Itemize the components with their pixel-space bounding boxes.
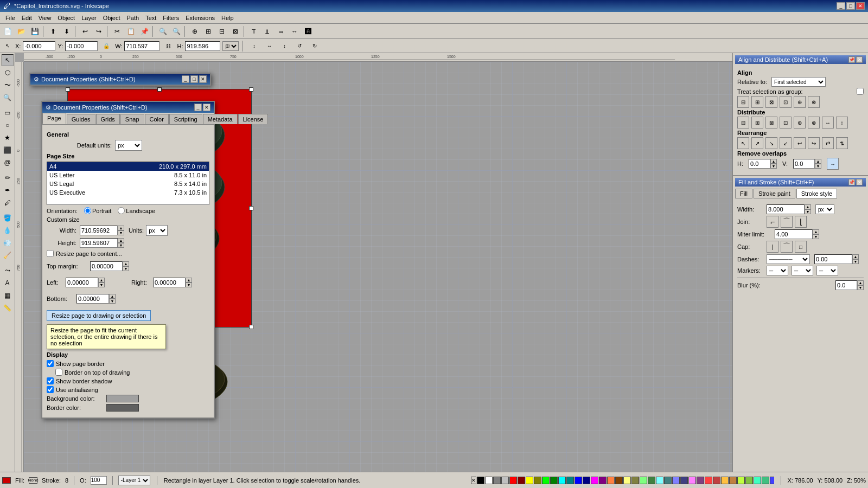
portrait-label[interactable]: Portrait bbox=[84, 207, 111, 214]
top-margin-input[interactable] bbox=[90, 261, 123, 271]
menu-file[interactable]: File bbox=[2, 14, 18, 22]
ps-us-letter[interactable]: US Letter 8.5 x 11.0 in bbox=[47, 171, 209, 179]
dist-gaps-h-btn[interactable]: ↔ bbox=[822, 117, 834, 129]
fs-dashes-select[interactable]: ────── - - - - · · · · bbox=[767, 254, 810, 264]
object-props-btn[interactable]: 🅰 bbox=[302, 25, 315, 38]
right-margin-dn[interactable]: ▼ bbox=[186, 282, 192, 287]
canvas-content[interactable]: ⚙ Document Properties (Shift+Ctrl+D) _ □… bbox=[24, 62, 732, 472]
palette-color-40c080[interactable] bbox=[762, 477, 769, 484]
fill-indicator[interactable] bbox=[2, 477, 11, 484]
fs-start-marker[interactable]: ─ bbox=[767, 266, 788, 275]
y-input[interactable] bbox=[65, 41, 98, 51]
cap-round-btn[interactable]: ⌒ bbox=[781, 241, 793, 253]
landscape-radio[interactable] bbox=[118, 207, 125, 214]
dist-top-btn[interactable]: ⊡ bbox=[780, 117, 792, 129]
remove-overlap-btn[interactable]: → bbox=[827, 158, 839, 170]
save-btn[interactable]: 💾 bbox=[28, 25, 41, 38]
doc-props-close[interactable]: ✕ bbox=[199, 75, 207, 83]
menu-text[interactable]: Text bbox=[142, 14, 159, 22]
lock-icon[interactable]: 🔒 bbox=[100, 40, 113, 53]
left-margin-dn[interactable]: ▼ bbox=[98, 282, 105, 287]
zoom-in-btn[interactable]: 🔍 bbox=[156, 25, 169, 38]
canvas-area[interactable]: -500 -250 0 250 500 750 1000 1250 1500 -… bbox=[15, 53, 732, 472]
close-btn[interactable]: ✕ bbox=[856, 2, 865, 10]
unit-select[interactable]: px mm in bbox=[222, 41, 239, 51]
palette-color-ffff00[interactable] bbox=[526, 477, 533, 484]
snap-grid-btn[interactable]: ⊟ bbox=[215, 25, 228, 38]
rearrange-btn2[interactable]: ↗ bbox=[751, 137, 763, 149]
palette-color-ff0000[interactable] bbox=[509, 477, 517, 484]
dist-right-btn[interactable]: ⊠ bbox=[765, 117, 777, 129]
palette-color-80ff80[interactable] bbox=[640, 477, 647, 484]
sel-handle-tm[interactable] bbox=[157, 87, 162, 92]
palette-color-ffc040[interactable] bbox=[721, 477, 729, 484]
palette-color-000080[interactable] bbox=[583, 477, 590, 484]
fs-mid-marker[interactable]: ─ bbox=[792, 266, 813, 275]
fill-stroke-controls[interactable]: 📌 ✕ bbox=[848, 179, 863, 185]
align-center-v-btn[interactable]: ⊕ bbox=[794, 96, 806, 108]
constrain-btn[interactable]: ⛓ bbox=[162, 40, 175, 53]
fs-miter-input[interactable] bbox=[775, 229, 813, 239]
palette-color-0000ff[interactable] bbox=[575, 477, 582, 484]
palette-color-808080[interactable] bbox=[493, 477, 501, 484]
palette-color-408040[interactable] bbox=[648, 477, 655, 484]
palette-color-000000[interactable] bbox=[477, 477, 484, 484]
palette-color-80c040[interactable] bbox=[745, 477, 753, 484]
palette-color-404080[interactable] bbox=[680, 477, 688, 484]
join-miter-btn[interactable]: ⌐ bbox=[767, 216, 778, 228]
width-dn-btn[interactable]: ▼ bbox=[118, 230, 124, 235]
fs-width-input[interactable] bbox=[767, 204, 805, 214]
node-tool[interactable]: ⬡ bbox=[2, 67, 14, 79]
rearrange-btn3[interactable]: ↘ bbox=[765, 137, 777, 149]
blur-input[interactable] bbox=[835, 280, 857, 290]
star-tool[interactable]: ★ bbox=[2, 132, 14, 144]
palette-color-00ff00[interactable] bbox=[542, 477, 550, 484]
dist-center-v-btn[interactable]: ⊕ bbox=[794, 117, 806, 129]
tab-snap[interactable]: Snap bbox=[120, 114, 144, 124]
align-center-btn[interactable]: ⫫ bbox=[261, 25, 274, 38]
menu-help[interactable]: Help bbox=[218, 14, 237, 22]
v-overlap-input[interactable] bbox=[793, 159, 815, 169]
bottom-margin-dn[interactable]: ▼ bbox=[109, 299, 116, 304]
x-input[interactable] bbox=[23, 41, 55, 51]
h-overlap-input[interactable] bbox=[749, 159, 770, 169]
top-margin-dn[interactable]: ▼ bbox=[123, 266, 129, 271]
width-input[interactable] bbox=[80, 226, 118, 235]
palette-color-008080[interactable] bbox=[566, 477, 574, 484]
palette-color-ff4040[interactable] bbox=[705, 477, 712, 484]
width-up-btn[interactable]: ▲ bbox=[118, 226, 124, 230]
text-tool[interactable]: A bbox=[2, 277, 14, 289]
doc-props-inner-win-btns[interactable]: _ ✕ bbox=[194, 104, 210, 111]
ps-us-legal[interactable]: US Legal 8.5 x 14.0 in bbox=[47, 179, 209, 188]
dist-bottom-btn[interactable]: ⊗ bbox=[808, 117, 820, 129]
palette-color-c04040[interactable] bbox=[713, 477, 720, 484]
sel-handle-mr[interactable] bbox=[249, 206, 253, 210]
window-controls[interactable]: _ □ ✕ bbox=[837, 2, 865, 10]
h-overlap-up[interactable]: ▲ bbox=[770, 159, 777, 164]
palette-color-8080ff[interactable] bbox=[672, 477, 680, 484]
dist-center-h-btn[interactable]: ⊞ bbox=[751, 117, 763, 129]
snap-btn[interactable]: ⊕ bbox=[188, 25, 201, 38]
select-mode-btn[interactable]: ↖ bbox=[2, 41, 13, 52]
menu-object[interactable]: Object bbox=[54, 14, 78, 22]
fs-miter-up[interactable]: ▲ bbox=[813, 229, 819, 234]
sel-handle-br[interactable] bbox=[249, 325, 253, 329]
blur-up[interactable]: ▲ bbox=[857, 280, 864, 285]
menu-object2[interactable]: Object bbox=[100, 14, 124, 22]
antialiasing-checkbox[interactable] bbox=[47, 386, 54, 393]
tab-metadata[interactable]: Metadata bbox=[203, 114, 238, 124]
bottom-margin-input[interactable] bbox=[76, 294, 109, 304]
tab-color[interactable]: Color bbox=[145, 114, 169, 124]
align-panel-title[interactable]: Align and Distribute (Shift+Ctrl+A) 📌 ✕ bbox=[735, 55, 866, 64]
fs-miter-dn[interactable]: ▼ bbox=[813, 234, 819, 239]
bottom-margin-up[interactable]: ▲ bbox=[109, 294, 116, 299]
palette-color-ff80ff[interactable] bbox=[688, 477, 696, 484]
border-top-checkbox[interactable] bbox=[55, 369, 62, 376]
tab-license[interactable]: License bbox=[238, 114, 269, 124]
ps-us-executive[interactable]: US Executive 7.3 x 10.5 in bbox=[47, 188, 209, 197]
align-left-edge-btn[interactable]: ⊟ bbox=[737, 96, 749, 108]
top-margin-up[interactable]: ▲ bbox=[123, 261, 129, 266]
w-input[interactable] bbox=[124, 41, 159, 51]
flip-v-btn[interactable]: ↕ bbox=[278, 40, 291, 53]
sel-handle-tr[interactable] bbox=[249, 87, 253, 92]
